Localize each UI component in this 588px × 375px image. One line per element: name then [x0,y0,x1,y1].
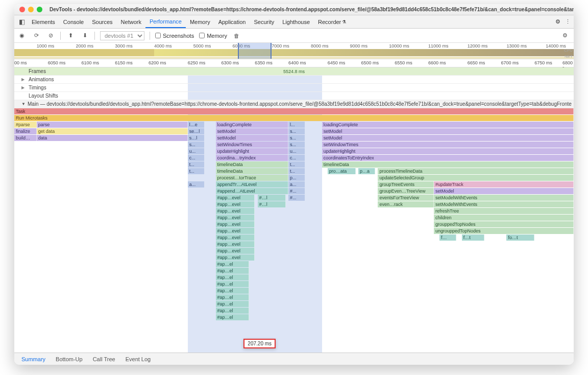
flame-bar[interactable]: eventsForTreeView [378,195,434,201]
flame-bar[interactable]: #append…AtLevel [216,188,288,194]
flame-bar[interactable]: #ap…el [216,301,250,307]
track-layout-shifts[interactable]: Layout Shifts [14,92,574,100]
flame-bar[interactable]: #ap…el [216,288,250,294]
tab-elements[interactable]: Elements [28,15,59,28]
flame-chart[interactable]: Frames 5524.8 ms ▶Animations ▶Timings La… [14,67,574,353]
flame-bar[interactable]: #app…evel [216,254,255,261]
flame-bar[interactable]: updateHighlight [216,148,288,154]
flame-bar[interactable]: setModel [216,128,288,134]
flame-bar[interactable]: timelineData [322,161,574,168]
settings-icon[interactable]: ⚙ [552,18,564,25]
flame-bar[interactable]: setModel [434,188,574,194]
tab-recorder[interactable]: Recorder ⚗ [314,15,350,28]
flame-bar[interactable]: build…Calls [14,135,37,141]
btab-summary[interactable]: Summary [16,353,51,365]
flame-bar[interactable]: #ap…el [216,268,250,274]
expand-icon[interactable]: ▶ [21,77,24,82]
flame-bar[interactable]: s... [288,135,305,141]
flame-bar[interactable]: s... [288,142,305,148]
flame-bar[interactable]: t... [288,168,305,174]
flame-bar[interactable]: #ap…el [216,281,250,287]
flame-bar[interactable]: finalize [14,128,37,134]
memory-checkbox[interactable]: Memory [199,33,227,39]
flame-bar[interactable]: ungrouppedTopNodes [434,228,574,234]
collapse-icon[interactable]: ▼ [21,102,26,106]
flame-bar[interactable]: #updateTrack [434,181,574,188]
flame-bar[interactable]: a... [288,181,305,188]
flame-bar[interactable]: #app…evel [216,221,255,227]
flame-bar[interactable]: data [37,135,188,141]
flame-bar[interactable]: timelineData [216,168,288,174]
flame-bar[interactable]: loadingComplete [216,122,288,128]
flame-bar[interactable]: s... [188,142,205,148]
flame-bar[interactable]: updateSelectedGroup [378,175,574,181]
btab-eventlog[interactable]: Event Log [120,353,156,365]
flame-bar[interactable]: coordinatesToEntryIndex [322,155,574,161]
flame-bar[interactable]: even…rack [378,201,434,207]
flame-bar[interactable]: #…l [258,201,286,207]
tab-lighthouse[interactable]: Lighthouse [278,15,314,28]
flame-bar[interactable]: s... [288,128,305,134]
flame-bar[interactable]: timelineData [216,161,288,168]
flame-bar[interactable]: parse [37,122,188,128]
flame-bar[interactable]: c... [288,155,305,161]
close-icon[interactable] [19,7,25,12]
tab-performance[interactable]: Performance [145,15,186,28]
flame-bar[interactable]: p…a [358,168,375,174]
flame-bar[interactable]: setModel [322,128,574,134]
tab-application[interactable]: Application [214,15,250,28]
flame-bar[interactable]: fo…t [506,235,534,241]
flame-bar[interactable]: f… [439,235,456,241]
flame-bar[interactable]: a... [188,181,205,188]
flame-bar[interactable]: #app…evel [216,201,255,207]
track-animations[interactable]: ▶Animations [14,76,574,84]
flame-bar[interactable]: c... [188,155,205,161]
flame-microtasks[interactable]: Run Microtasks [14,115,574,121]
track-timings[interactable]: ▶Timings [14,84,574,92]
flame-task[interactable]: Task [14,108,574,114]
flame-bar[interactable]: #app…evel [216,241,255,247]
minimize-icon[interactable] [28,7,34,12]
flame-rows[interactable]: Task Run Microtasks #parse parse l…e loa… [14,108,574,321]
flame-bar[interactable]: t... [188,168,205,174]
download-button[interactable]: ⬇ [80,31,89,40]
more-icon[interactable]: ⋮ [564,18,572,25]
flame-bar[interactable]: #parse [14,122,37,128]
flame-bar[interactable]: processTimelineData [378,168,574,174]
flame-bar[interactable]: #... [288,195,305,201]
btab-calltree[interactable]: Call Tree [88,353,120,365]
flame-bar[interactable]: #ap…el [216,308,250,314]
flame-bar[interactable]: t... [288,161,305,168]
detail-ruler[interactable]: 00 ms 6050 ms 6100 ms 6150 ms 6200 ms 62… [14,59,574,67]
flame-bar[interactable]: setModelWithEvents [434,201,574,207]
flame-bar[interactable]: groupEven…TreeView [378,188,434,194]
tab-network[interactable]: Network [117,15,145,28]
tab-security[interactable]: Security [250,15,278,28]
flame-bar[interactable]: appendTr…AtLevel [216,181,288,188]
maximize-icon[interactable] [37,7,42,12]
flame-bar[interactable]: t... [188,161,205,168]
overview-timeline[interactable]: 1000 ms 2000 ms 3000 ms 4000 ms 5000 ms … [14,43,574,59]
tab-memory[interactable]: Memory [186,15,214,28]
expand-icon[interactable]: ▶ [21,85,24,90]
flame-bar[interactable]: #app…evel [216,215,255,221]
flame-bar[interactable]: u... [288,148,305,154]
flame-bar[interactable]: processt…torTrace [216,175,288,181]
flame-bar[interactable]: u... [188,148,205,154]
btab-bottomup[interactable]: Bottom-Up [51,353,88,365]
flame-bar[interactable]: #ap…el [216,294,250,300]
tab-sources[interactable]: Sources [88,15,116,28]
upload-button[interactable]: ⬆ [66,31,75,40]
track-main[interactable]: ▼Main — devtools://devtools/bundled/devt… [14,100,574,108]
flame-bar[interactable]: #... [288,188,305,194]
trash-button[interactable]: 🗑 [232,31,241,40]
flame-bar[interactable]: #app…evel [216,208,255,214]
flame-bar[interactable]: pro…ata [328,168,356,174]
flame-bar[interactable]: #app…evel [216,195,255,201]
track-frames[interactable]: Frames 5524.8 ms [14,67,574,76]
flame-bar[interactable]: #app…evel [216,235,255,241]
flame-bar[interactable]: setModel [322,135,574,141]
tab-console[interactable]: Console [59,15,88,28]
flame-bar[interactable]: #app…evel [216,248,255,254]
reload-button[interactable]: ⟳ [32,31,41,40]
